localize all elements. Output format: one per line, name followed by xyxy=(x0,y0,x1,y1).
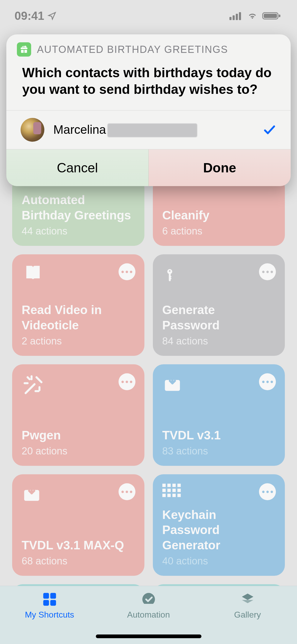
shortcut-card[interactable]: Keychain Password Generator 40 actions xyxy=(153,474,285,576)
tab-label: My Shortcuts xyxy=(25,610,74,620)
shortcut-title: TVDL v3.1 xyxy=(162,428,276,443)
shortcut-card[interactable]: Read Video in Videoticle 2 actions xyxy=(12,254,144,356)
svg-rect-10 xyxy=(177,484,181,487)
shortcut-card[interactable]: Cleanify 6 actions xyxy=(153,177,285,246)
shortcut-prompt-modal: AUTOMATED BIRTHDAY GREETINGS Which conta… xyxy=(6,34,291,186)
svg-rect-8 xyxy=(167,484,171,487)
shortcut-actions: 20 actions xyxy=(22,445,135,457)
svg-rect-16 xyxy=(167,494,171,497)
shortcut-title: Automated Birthday Greetings xyxy=(22,192,135,223)
prompt-app-name: AUTOMATED BIRTHDAY GREETINGS xyxy=(37,44,228,55)
tab-gallery[interactable]: Gallery xyxy=(199,591,296,620)
more-icon[interactable] xyxy=(119,483,135,500)
grid-icon xyxy=(42,591,57,607)
redacted-text xyxy=(107,123,197,137)
svg-rect-26 xyxy=(43,600,49,606)
svg-rect-25 xyxy=(50,593,56,599)
clock-check-icon xyxy=(141,591,156,607)
shortcut-title: TVDL v3.1 MAX-Q xyxy=(22,538,135,553)
more-icon[interactable] xyxy=(259,263,276,280)
shortcut-actions: 44 actions xyxy=(22,226,135,237)
shortcut-actions: 84 actions xyxy=(162,335,276,347)
download-icon xyxy=(22,483,135,503)
prompt-header: AUTOMATED BIRTHDAY GREETINGS xyxy=(6,34,291,62)
book-icon xyxy=(22,263,135,283)
svg-rect-14 xyxy=(177,489,181,492)
tab-automation[interactable]: Automation xyxy=(100,591,197,620)
shortcut-title: Keychain Password Generator xyxy=(162,507,276,553)
checkmark-icon xyxy=(263,123,276,137)
shortcut-card[interactable]: TVDL v3.1 MAX-Q 68 actions xyxy=(12,474,144,576)
done-button[interactable]: Done xyxy=(149,149,291,186)
prompt-question: Which contacts with birthdays today do y… xyxy=(6,62,291,110)
shortcut-title: Pwgen xyxy=(22,428,135,443)
shortcut-title: Generate Password xyxy=(162,302,276,333)
shortcut-actions: 83 actions xyxy=(162,445,276,457)
more-icon[interactable] xyxy=(119,263,135,280)
svg-rect-13 xyxy=(172,489,176,492)
shortcut-actions: 68 actions xyxy=(22,555,135,567)
contact-avatar xyxy=(21,118,44,142)
shortcut-actions: 2 actions xyxy=(22,335,135,347)
svg-rect-15 xyxy=(162,494,166,497)
tab-label: Automation xyxy=(127,610,170,620)
more-icon[interactable] xyxy=(119,373,135,390)
tab-label: Gallery xyxy=(234,610,261,620)
shortcut-actions: 40 actions xyxy=(162,555,276,567)
svg-rect-18 xyxy=(177,494,181,497)
shortcut-card[interactable]: Automated Birthday Greetings 44 actions xyxy=(12,177,144,246)
svg-rect-9 xyxy=(172,484,176,487)
wand-icon xyxy=(22,373,135,393)
svg-rect-24 xyxy=(43,593,49,599)
svg-rect-7 xyxy=(162,484,166,487)
svg-rect-17 xyxy=(172,494,176,497)
shortcut-actions: 6 actions xyxy=(162,226,276,237)
contact-row[interactable]: Marcelina xyxy=(6,111,291,149)
svg-rect-12 xyxy=(167,489,171,492)
svg-rect-11 xyxy=(162,489,166,492)
svg-rect-27 xyxy=(50,600,56,606)
contact-name: Marcelina xyxy=(53,122,254,137)
key-icon xyxy=(162,263,276,283)
grid-icon xyxy=(162,483,276,503)
layers-icon xyxy=(240,591,255,607)
shortcut-title: Cleanify xyxy=(162,208,276,223)
shortcut-card[interactable]: Generate Password 84 actions xyxy=(153,254,285,356)
prompt-contact-list: Marcelina xyxy=(6,110,291,149)
more-icon[interactable] xyxy=(259,373,276,390)
more-icon[interactable] xyxy=(259,483,276,500)
download-icon xyxy=(162,373,276,393)
shortcut-card[interactable]: TVDL v3.1 83 actions xyxy=(153,364,285,466)
shortcut-title: Read Video in Videoticle xyxy=(22,302,135,333)
home-indicator[interactable] xyxy=(96,634,201,638)
cancel-button[interactable]: Cancel xyxy=(6,149,149,186)
prompt-actions: Cancel Done xyxy=(6,149,291,186)
tab-my-shortcuts[interactable]: My Shortcuts xyxy=(1,591,98,620)
gift-icon xyxy=(17,42,31,57)
shortcut-card[interactable]: Pwgen 20 actions xyxy=(12,364,144,466)
